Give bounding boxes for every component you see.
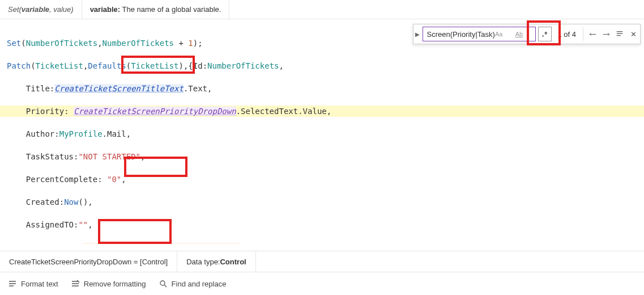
next-match-button[interactable]: 🡒	[599, 27, 613, 41]
remove-formatting-button[interactable]: Remove formatting	[71, 279, 146, 288]
find-replace-bar: ▶ Screen(Priority|Task) Aa Ab 1 of 4 🡐 🡒…	[413, 24, 641, 44]
svg-point-0	[543, 35, 544, 36]
signature-cell: Set(variable, value)	[0, 0, 82, 19]
regex-icon	[541, 30, 549, 38]
whole-word-icon[interactable]: Ab	[515, 31, 532, 37]
code-editor[interactable]: Set(NumberOfTickets,NumberOfTickets + 1)…	[0, 19, 644, 244]
find-in-selection-button[interactable]	[613, 27, 626, 41]
selection-icon	[616, 30, 624, 38]
close-find-button[interactable]: ✕	[626, 27, 640, 41]
search-icon	[159, 279, 168, 288]
status-type: Data type: Control	[177, 251, 255, 272]
sig-param: variable	[22, 5, 49, 14]
match-case-icon[interactable]: Aa	[495, 31, 512, 37]
prev-match-button[interactable]: 🡐	[586, 27, 599, 41]
expand-replace-toggle[interactable]: ▶	[413, 31, 421, 37]
format-text-button[interactable]: Format text	[8, 279, 58, 288]
sig-suffix: , value)	[49, 5, 74, 14]
find-query-text: Screen(Priority|Task)	[427, 30, 494, 39]
find-count: 1 of 4	[553, 30, 581, 39]
param-name: variable:	[90, 5, 120, 14]
remove-format-icon	[71, 279, 80, 288]
regex-toggle[interactable]	[538, 27, 552, 41]
svg-point-1	[160, 281, 165, 285]
status-left: CreateTicketScreenPriorityDropDown = [Co…	[0, 251, 177, 272]
find-replace-button[interactable]: Find and replace	[159, 279, 227, 288]
param-desc: The name of a global variable.	[120, 5, 221, 14]
signature-bar: Set(variable, value) variable: The name …	[0, 0, 644, 19]
bottom-toolbar: Format text Remove formatting Find and r…	[0, 272, 644, 295]
find-input[interactable]: Screen(Priority|Task) Aa Ab	[423, 27, 536, 41]
sig-prefix: Set(	[8, 5, 22, 14]
signature-desc-cell: variable: The name of a global variable.	[82, 0, 230, 19]
status-bar: CreateTicketScreenPriorityDropDown = [Co…	[0, 251, 644, 272]
format-icon	[8, 279, 17, 288]
